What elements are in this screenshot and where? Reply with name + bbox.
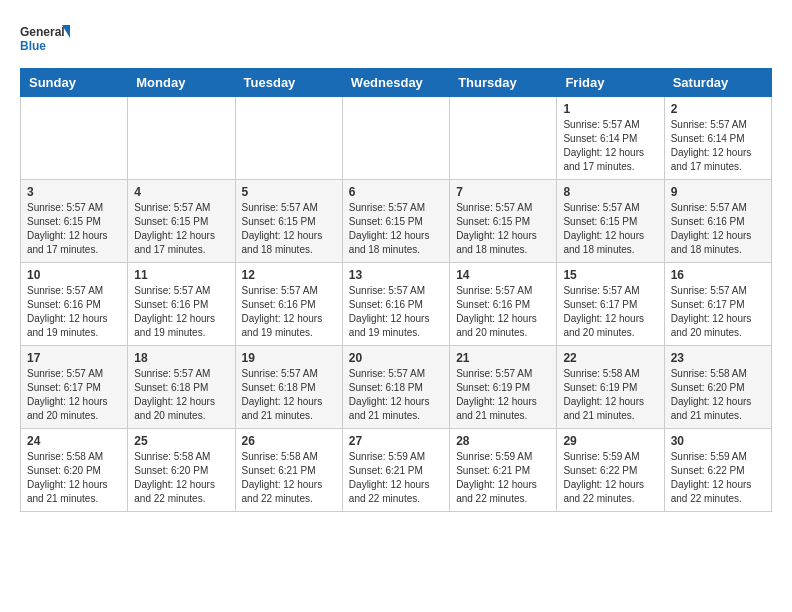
col-header-friday: Friday — [557, 69, 664, 97]
calendar-week-row: 10Sunrise: 5:57 AM Sunset: 6:16 PM Dayli… — [21, 263, 772, 346]
calendar-cell: 23Sunrise: 5:58 AM Sunset: 6:20 PM Dayli… — [664, 346, 771, 429]
calendar-cell: 20Sunrise: 5:57 AM Sunset: 6:18 PM Dayli… — [342, 346, 449, 429]
col-header-thursday: Thursday — [450, 69, 557, 97]
calendar-cell — [342, 97, 449, 180]
calendar-cell — [128, 97, 235, 180]
day-number: 11 — [134, 268, 228, 282]
calendar-cell: 27Sunrise: 5:59 AM Sunset: 6:21 PM Dayli… — [342, 429, 449, 512]
calendar-cell: 10Sunrise: 5:57 AM Sunset: 6:16 PM Dayli… — [21, 263, 128, 346]
day-info: Sunrise: 5:59 AM Sunset: 6:21 PM Dayligh… — [456, 450, 550, 506]
svg-text:General: General — [20, 25, 65, 39]
day-number: 23 — [671, 351, 765, 365]
day-info: Sunrise: 5:57 AM Sunset: 6:16 PM Dayligh… — [134, 284, 228, 340]
page-header: General Blue — [20, 20, 772, 58]
day-number: 21 — [456, 351, 550, 365]
calendar-cell: 4Sunrise: 5:57 AM Sunset: 6:15 PM Daylig… — [128, 180, 235, 263]
day-info: Sunrise: 5:57 AM Sunset: 6:15 PM Dayligh… — [27, 201, 121, 257]
day-info: Sunrise: 5:59 AM Sunset: 6:22 PM Dayligh… — [671, 450, 765, 506]
logo-svg: General Blue — [20, 20, 70, 58]
day-info: Sunrise: 5:58 AM Sunset: 6:21 PM Dayligh… — [242, 450, 336, 506]
calendar-cell: 5Sunrise: 5:57 AM Sunset: 6:15 PM Daylig… — [235, 180, 342, 263]
calendar-cell: 30Sunrise: 5:59 AM Sunset: 6:22 PM Dayli… — [664, 429, 771, 512]
day-info: Sunrise: 5:57 AM Sunset: 6:17 PM Dayligh… — [671, 284, 765, 340]
day-number: 2 — [671, 102, 765, 116]
day-number: 24 — [27, 434, 121, 448]
calendar-cell: 8Sunrise: 5:57 AM Sunset: 6:15 PM Daylig… — [557, 180, 664, 263]
calendar-week-row: 24Sunrise: 5:58 AM Sunset: 6:20 PM Dayli… — [21, 429, 772, 512]
day-number: 25 — [134, 434, 228, 448]
day-info: Sunrise: 5:57 AM Sunset: 6:17 PM Dayligh… — [563, 284, 657, 340]
calendar-cell: 7Sunrise: 5:57 AM Sunset: 6:15 PM Daylig… — [450, 180, 557, 263]
day-info: Sunrise: 5:57 AM Sunset: 6:15 PM Dayligh… — [349, 201, 443, 257]
day-info: Sunrise: 5:58 AM Sunset: 6:20 PM Dayligh… — [27, 450, 121, 506]
calendar-cell: 26Sunrise: 5:58 AM Sunset: 6:21 PM Dayli… — [235, 429, 342, 512]
calendar-week-row: 3Sunrise: 5:57 AM Sunset: 6:15 PM Daylig… — [21, 180, 772, 263]
day-number: 6 — [349, 185, 443, 199]
col-header-sunday: Sunday — [21, 69, 128, 97]
calendar-cell: 15Sunrise: 5:57 AM Sunset: 6:17 PM Dayli… — [557, 263, 664, 346]
col-header-saturday: Saturday — [664, 69, 771, 97]
calendar-cell — [21, 97, 128, 180]
day-number: 10 — [27, 268, 121, 282]
day-info: Sunrise: 5:59 AM Sunset: 6:21 PM Dayligh… — [349, 450, 443, 506]
day-number: 12 — [242, 268, 336, 282]
day-info: Sunrise: 5:57 AM Sunset: 6:18 PM Dayligh… — [349, 367, 443, 423]
calendar-cell: 3Sunrise: 5:57 AM Sunset: 6:15 PM Daylig… — [21, 180, 128, 263]
day-number: 3 — [27, 185, 121, 199]
calendar-cell: 6Sunrise: 5:57 AM Sunset: 6:15 PM Daylig… — [342, 180, 449, 263]
day-info: Sunrise: 5:57 AM Sunset: 6:14 PM Dayligh… — [563, 118, 657, 174]
day-info: Sunrise: 5:57 AM Sunset: 6:17 PM Dayligh… — [27, 367, 121, 423]
day-number: 14 — [456, 268, 550, 282]
day-info: Sunrise: 5:57 AM Sunset: 6:16 PM Dayligh… — [349, 284, 443, 340]
day-number: 17 — [27, 351, 121, 365]
day-number: 28 — [456, 434, 550, 448]
day-info: Sunrise: 5:57 AM Sunset: 6:18 PM Dayligh… — [242, 367, 336, 423]
day-number: 20 — [349, 351, 443, 365]
day-info: Sunrise: 5:57 AM Sunset: 6:15 PM Dayligh… — [563, 201, 657, 257]
calendar-table: SundayMondayTuesdayWednesdayThursdayFrid… — [20, 68, 772, 512]
calendar-cell: 14Sunrise: 5:57 AM Sunset: 6:16 PM Dayli… — [450, 263, 557, 346]
svg-text:Blue: Blue — [20, 39, 46, 53]
day-number: 16 — [671, 268, 765, 282]
day-info: Sunrise: 5:57 AM Sunset: 6:16 PM Dayligh… — [27, 284, 121, 340]
day-info: Sunrise: 5:58 AM Sunset: 6:19 PM Dayligh… — [563, 367, 657, 423]
calendar-cell — [235, 97, 342, 180]
calendar-cell: 28Sunrise: 5:59 AM Sunset: 6:21 PM Dayli… — [450, 429, 557, 512]
day-number: 1 — [563, 102, 657, 116]
day-number: 9 — [671, 185, 765, 199]
day-number: 8 — [563, 185, 657, 199]
col-header-tuesday: Tuesday — [235, 69, 342, 97]
col-header-monday: Monday — [128, 69, 235, 97]
calendar-cell: 29Sunrise: 5:59 AM Sunset: 6:22 PM Dayli… — [557, 429, 664, 512]
day-info: Sunrise: 5:57 AM Sunset: 6:16 PM Dayligh… — [456, 284, 550, 340]
day-number: 13 — [349, 268, 443, 282]
calendar-cell — [450, 97, 557, 180]
calendar-cell: 18Sunrise: 5:57 AM Sunset: 6:18 PM Dayli… — [128, 346, 235, 429]
day-number: 29 — [563, 434, 657, 448]
day-info: Sunrise: 5:58 AM Sunset: 6:20 PM Dayligh… — [134, 450, 228, 506]
day-number: 5 — [242, 185, 336, 199]
logo: General Blue — [20, 20, 70, 58]
day-info: Sunrise: 5:57 AM Sunset: 6:19 PM Dayligh… — [456, 367, 550, 423]
day-number: 30 — [671, 434, 765, 448]
day-info: Sunrise: 5:57 AM Sunset: 6:15 PM Dayligh… — [456, 201, 550, 257]
day-number: 19 — [242, 351, 336, 365]
calendar-cell: 9Sunrise: 5:57 AM Sunset: 6:16 PM Daylig… — [664, 180, 771, 263]
day-number: 22 — [563, 351, 657, 365]
calendar-week-row: 17Sunrise: 5:57 AM Sunset: 6:17 PM Dayli… — [21, 346, 772, 429]
day-info: Sunrise: 5:58 AM Sunset: 6:20 PM Dayligh… — [671, 367, 765, 423]
calendar-cell: 22Sunrise: 5:58 AM Sunset: 6:19 PM Dayli… — [557, 346, 664, 429]
calendar-cell: 19Sunrise: 5:57 AM Sunset: 6:18 PM Dayli… — [235, 346, 342, 429]
day-info: Sunrise: 5:57 AM Sunset: 6:16 PM Dayligh… — [671, 201, 765, 257]
calendar-cell: 21Sunrise: 5:57 AM Sunset: 6:19 PM Dayli… — [450, 346, 557, 429]
calendar-cell: 16Sunrise: 5:57 AM Sunset: 6:17 PM Dayli… — [664, 263, 771, 346]
day-info: Sunrise: 5:57 AM Sunset: 6:14 PM Dayligh… — [671, 118, 765, 174]
day-number: 7 — [456, 185, 550, 199]
day-info: Sunrise: 5:57 AM Sunset: 6:16 PM Dayligh… — [242, 284, 336, 340]
col-header-wednesday: Wednesday — [342, 69, 449, 97]
day-number: 15 — [563, 268, 657, 282]
calendar-cell: 24Sunrise: 5:58 AM Sunset: 6:20 PM Dayli… — [21, 429, 128, 512]
day-number: 18 — [134, 351, 228, 365]
day-number: 26 — [242, 434, 336, 448]
day-info: Sunrise: 5:59 AM Sunset: 6:22 PM Dayligh… — [563, 450, 657, 506]
